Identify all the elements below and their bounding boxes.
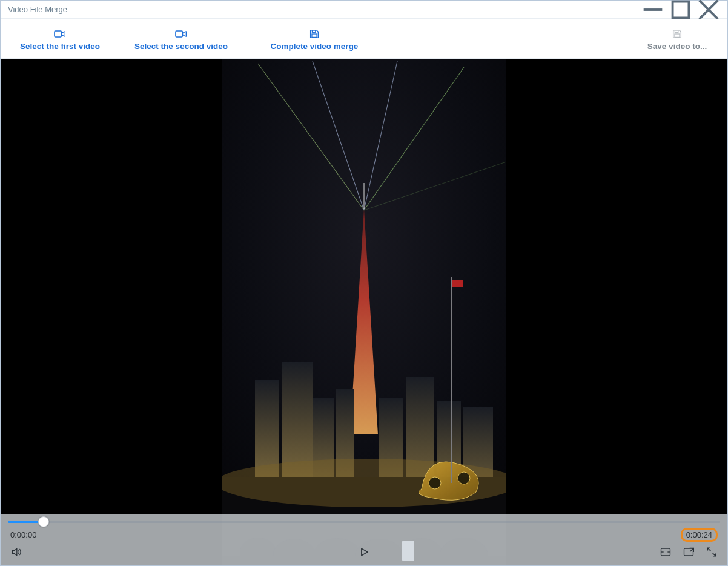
play-icon bbox=[358, 546, 370, 558]
title-bar: Video File Merge bbox=[1, 1, 727, 19]
svg-rect-6 bbox=[312, 30, 315, 33]
video-camera-icon bbox=[175, 28, 187, 39]
picture-in-picture-icon bbox=[660, 546, 672, 558]
svg-point-27 bbox=[458, 472, 470, 484]
save-icon bbox=[671, 28, 683, 39]
fullscreen-button[interactable] bbox=[706, 546, 718, 558]
svg-rect-29 bbox=[452, 280, 463, 287]
total-time-label: 0:00:24 bbox=[686, 530, 712, 539]
video-preview-image bbox=[222, 59, 506, 565]
select-second-video-button[interactable]: Select the second video bbox=[114, 21, 248, 58]
toolbar-label: Select the first video bbox=[20, 42, 100, 51]
total-time-highlight: 0:00:24 bbox=[681, 528, 718, 542]
toolbar-left-group: Select the first video Select the second… bbox=[5, 21, 381, 58]
main-toolbar: Select the first video Select the second… bbox=[1, 19, 727, 59]
seek-thumb[interactable] bbox=[38, 516, 49, 527]
toolbar-spacer bbox=[381, 21, 632, 58]
mini-player-button[interactable] bbox=[683, 546, 695, 558]
video-frame bbox=[222, 59, 506, 565]
save-video-to-button[interactable]: Save video to... bbox=[632, 21, 723, 58]
maximize-button[interactable] bbox=[667, 1, 695, 19]
svg-rect-5 bbox=[176, 31, 183, 37]
svg-point-26 bbox=[429, 477, 441, 489]
player-controls-overlay: 0:00:00 0:00:24 bbox=[1, 514, 727, 565]
compact-view-button[interactable] bbox=[660, 546, 672, 558]
current-time-label: 0:00:00 bbox=[10, 530, 36, 539]
window-title: Video File Merge bbox=[8, 5, 67, 14]
svg-rect-7 bbox=[312, 34, 317, 37]
video-camera-icon bbox=[54, 28, 66, 39]
app-window: Video File Merge Select the first video … bbox=[0, 0, 728, 566]
svg-rect-1 bbox=[673, 1, 689, 18]
save-icon bbox=[308, 28, 320, 39]
svg-rect-8 bbox=[675, 30, 678, 33]
volume-button[interactable] bbox=[10, 546, 22, 558]
select-first-video-button[interactable]: Select the first video bbox=[5, 21, 114, 58]
play-button[interactable] bbox=[358, 546, 370, 558]
controls-row bbox=[1, 541, 727, 565]
video-preview-area: 0:00:00 0:00:24 bbox=[1, 59, 727, 565]
seek-row bbox=[1, 514, 727, 528]
toolbar-label: Save video to... bbox=[647, 42, 707, 51]
minimize-button[interactable] bbox=[639, 1, 667, 19]
cast-icon bbox=[683, 546, 695, 558]
svg-rect-9 bbox=[675, 34, 680, 37]
time-row: 0:00:00 0:00:24 bbox=[1, 528, 727, 541]
complete-merge-button[interactable]: Complete video merge bbox=[248, 21, 381, 58]
toolbar-label: Complete video merge bbox=[271, 42, 359, 51]
svg-rect-4 bbox=[55, 31, 62, 37]
volume-icon bbox=[10, 546, 22, 558]
close-button[interactable] bbox=[695, 1, 723, 19]
fullscreen-icon bbox=[706, 546, 718, 558]
toolbar-label: Select the second video bbox=[134, 42, 228, 51]
seek-slider[interactable] bbox=[8, 521, 720, 523]
